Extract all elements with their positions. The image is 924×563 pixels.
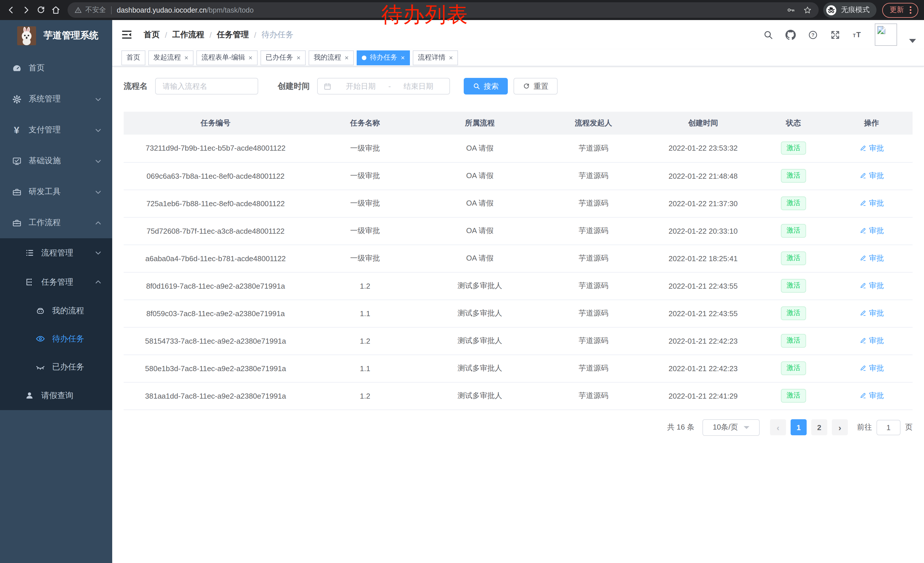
process-name-input[interactable] <box>155 78 258 95</box>
date-range-picker[interactable]: 开始日期 - 结束日期 <box>317 78 450 95</box>
bookmark-star-icon[interactable] <box>803 6 812 14</box>
approve-link[interactable]: 审批 <box>859 253 884 263</box>
prev-page-button[interactable]: ‹ <box>770 419 786 435</box>
approve-link[interactable]: 审批 <box>859 336 884 346</box>
cell-created: 2022-01-22 20:33:10 <box>650 217 756 245</box>
approve-label: 审批 <box>869 336 884 346</box>
help-icon[interactable]: ? <box>808 30 818 40</box>
sidebar-item-leave-query[interactable]: 请假查询 <box>0 381 112 410</box>
approve-link[interactable]: 审批 <box>859 143 884 153</box>
tab-done-tasks[interactable]: 已办任务× <box>261 50 306 65</box>
cell-created: 2022-01-22 18:25:41 <box>650 245 756 272</box>
status-badge: 激活 <box>781 389 806 402</box>
tab-home[interactable]: 首页 <box>122 50 146 65</box>
page-size-select[interactable]: 10条/页 <box>702 419 760 435</box>
close-tab-icon[interactable]: × <box>449 54 453 61</box>
reset-button[interactable]: 重置 <box>513 78 558 95</box>
sidebar-item-label: 流程管理 <box>41 248 73 258</box>
browser-update-button[interactable]: 更新 <box>882 3 918 18</box>
sidebar-item-infra[interactable]: 基础设施 <box>0 146 112 176</box>
breadcrumb-home[interactable]: 首页 <box>144 30 160 40</box>
breadcrumb-workflow[interactable]: 工作流程 <box>172 30 204 40</box>
sidebar-item-label: 基础设施 <box>28 156 61 166</box>
sidebar-item-home[interactable]: 首页 <box>0 53 112 84</box>
page-button-1[interactable]: 1 <box>790 419 807 435</box>
browser-forward-icon[interactable] <box>18 3 33 18</box>
cell-task-name: 一级审批 <box>308 189 423 217</box>
browser-back-icon[interactable] <box>3 3 18 18</box>
browser-menu-icon[interactable] <box>909 5 912 15</box>
eye-icon <box>35 333 45 344</box>
cell-task-name: 1.2 <box>308 272 423 300</box>
sidebar-item-label: 首页 <box>28 63 45 73</box>
close-tab-icon[interactable]: × <box>345 54 349 61</box>
avatar-caret-icon[interactable] <box>909 39 916 43</box>
cell-task-name: 一级审批 <box>308 162 423 189</box>
sidebar-item-my-process[interactable]: 我的流程 <box>0 297 112 325</box>
sidebar-item-devtools[interactable]: 研发工具 <box>0 176 112 207</box>
tab-todo-tasks[interactable]: 待办任务× <box>357 50 410 65</box>
approve-link[interactable]: 审批 <box>859 308 884 318</box>
tab-process-detail[interactable]: 流程详情× <box>413 50 458 65</box>
logo-avatar <box>17 26 36 45</box>
tab-my-process[interactable]: 我的流程× <box>309 50 354 65</box>
close-tab-icon[interactable]: × <box>297 54 300 61</box>
select-caret-icon <box>744 426 749 429</box>
close-tab-icon[interactable]: × <box>249 54 252 61</box>
tab-start-process[interactable]: 发起流程× <box>148 50 194 65</box>
end-date-placeholder: 结束日期 <box>393 81 444 92</box>
tab-label: 发起流程 <box>153 53 181 62</box>
github-icon[interactable] <box>786 30 796 40</box>
user-avatar[interactable] <box>875 24 897 46</box>
font-size-icon[interactable]: TT <box>852 30 863 40</box>
sidebar-item-workflow[interactable]: 工作流程 <box>0 207 112 238</box>
sidebar-item-todo-tasks[interactable]: 待办任务 <box>0 325 112 353</box>
search-icon[interactable] <box>763 30 773 40</box>
status-badge: 激活 <box>781 334 806 347</box>
sidebar-item-done-tasks[interactable]: 已办任务 <box>0 353 112 381</box>
url-text[interactable]: dashboard.yudao.iocoder.cn/bpm/task/todo <box>117 6 254 14</box>
not-secure-warning-icon[interactable] <box>74 6 82 14</box>
security-label[interactable]: 不安全 <box>85 5 106 15</box>
approve-link[interactable]: 审批 <box>859 171 884 181</box>
chevron-up-icon <box>94 219 102 227</box>
browser-reload-icon[interactable] <box>33 3 48 18</box>
tab-label: 待办任务 <box>370 53 397 62</box>
sidebar-item-task-mgmt[interactable]: 任务管理 <box>0 267 112 297</box>
approve-label: 审批 <box>869 308 884 318</box>
search-button[interactable]: 搜索 <box>464 78 508 95</box>
breadcrumb-task-mgmt[interactable]: 任务管理 <box>217 30 249 40</box>
goto-page-input[interactable] <box>876 419 900 435</box>
cell-process: 测试多审批人 <box>423 272 537 300</box>
approve-link[interactable]: 审批 <box>859 363 884 374</box>
approve-link[interactable]: 审批 <box>859 390 884 401</box>
sidebar-toggle-icon[interactable] <box>122 29 134 41</box>
page-button-2[interactable]: 2 <box>811 419 827 435</box>
approve-link[interactable]: 审批 <box>859 226 884 236</box>
sidebar-item-label: 已办任务 <box>52 362 84 372</box>
approve-link[interactable]: 审批 <box>859 281 884 291</box>
broken-image-icon <box>876 25 886 35</box>
next-page-button[interactable]: › <box>832 419 848 435</box>
password-key-icon[interactable] <box>787 6 795 14</box>
chevron-down-icon <box>94 249 102 257</box>
cell-starter: 芋道源码 <box>537 245 650 272</box>
browser-home-icon[interactable] <box>48 3 63 18</box>
sidebar-item-process-mgmt[interactable]: 流程管理 <box>0 238 112 267</box>
status-badge: 激活 <box>781 252 806 265</box>
cell-process: OA 请假 <box>423 217 537 245</box>
tags-view: 首页 发起流程× 流程表单-编辑× 已办任务× 我的流程× 待办任务× 流程详情… <box>112 49 924 66</box>
cell-created: 2022-01-22 21:37:30 <box>650 189 756 217</box>
goto-label: 前往 <box>857 422 872 432</box>
address-bar[interactable]: 不安全 dashboard.yudao.iocoder.cn/bpm/task/… <box>68 2 819 18</box>
fullscreen-icon[interactable] <box>830 30 840 40</box>
sidebar-item-system[interactable]: 系统管理 <box>0 84 112 114</box>
close-tab-icon[interactable]: × <box>401 54 405 61</box>
tab-form-edit[interactable]: 流程表单-编辑× <box>196 50 258 65</box>
approve-link[interactable]: 审批 <box>859 198 884 209</box>
cell-task-id: 8f059c03-7ac8-11ec-a9e2-a2380e71991a <box>124 300 308 327</box>
sidebar-item-payment[interactable]: ¥ 支付管理 <box>0 114 112 146</box>
edit-icon <box>859 337 867 344</box>
close-tab-icon[interactable]: × <box>184 54 188 61</box>
svg-text:T: T <box>853 33 856 38</box>
